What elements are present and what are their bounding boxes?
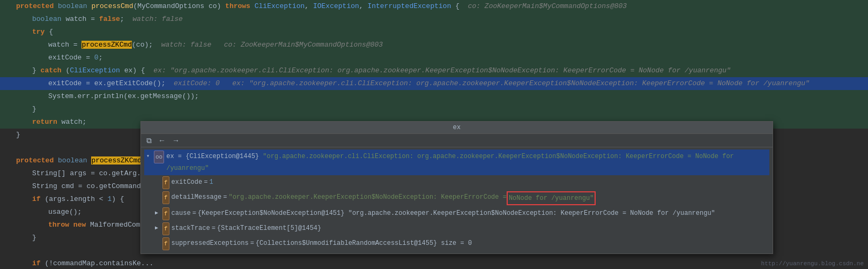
code-line-6: } catch (CliException ex) { ex: "org.apa…	[0, 64, 868, 77]
debug-popup: ex ⧉ ← → ▾ oo ex = {CliException@1445} "…	[140, 121, 773, 254]
main-row-text: ex = {CliException@1445} "org.apache.zoo…	[166, 151, 767, 174]
field-val-exitcode: 1	[209, 176, 213, 188]
field-icon-suppressed: f	[162, 237, 169, 250]
editor-area: protected boolean processCmd(MyCommandOp…	[0, 0, 868, 269]
field-eq-detailmessage: =	[223, 191, 227, 203]
field-name-suppressed: suppressedExceptions	[172, 237, 249, 249]
code-line-21: if (!commandMap.containsKe...	[0, 257, 868, 269]
code-line-2: boolean watch = false; watch: false	[0, 13, 868, 26]
field-icon-cause: f	[162, 207, 169, 220]
popup-title: ex	[453, 124, 461, 131]
code-line-1: protected boolean processCmd(MyCommandOp…	[0, 0, 868, 13]
field-name-cause: cause	[172, 207, 191, 219]
field-name-stacktrace: stackTrace	[172, 222, 210, 234]
field-val-detailmessage-highlight: NoNode for /yuanrengu"	[507, 191, 596, 205]
copy-button[interactable]: ⧉	[144, 136, 154, 145]
code-line-8: System.err.println(ex.getMessage());	[0, 90, 868, 103]
debug-row-stacktrace[interactable]: ▶ f stackTrace = {StackTraceElement[5]@1…	[144, 221, 769, 236]
field-name-exitcode: exitCode	[172, 176, 203, 188]
watermark: http://yuanrengu.blog.csdn.ne	[761, 260, 864, 267]
debug-row-suppressed[interactable]: f suppressedExceptions = {Collections$Un…	[144, 236, 769, 251]
popup-header: ex	[141, 122, 773, 134]
code-line-5: exitCode = 0;	[0, 51, 868, 64]
field-val-detailmessage: "org.apache.zookeeper.KeeperException$No…	[228, 191, 506, 203]
debug-row-exitcode[interactable]: f exitCode = 1	[144, 175, 769, 190]
popup-toolbar: ⧉ ← →	[141, 134, 773, 147]
field-eq-exitcode: =	[204, 176, 207, 188]
field-eq-cause: =	[192, 207, 196, 219]
field-eq-suppressed: =	[250, 237, 254, 249]
watermark-text: http://yuanrengu.blog.csdn.ne	[761, 260, 864, 267]
field-icon-detailmessage: f	[162, 191, 169, 204]
expand-arrow-detailmessage	[155, 191, 162, 203]
code-line-9: }	[0, 103, 868, 116]
field-name-detailmessage: detailMessage	[172, 191, 222, 203]
code-line-7: exitCode = ex.getExitCode(); exitCode: 0…	[0, 77, 868, 90]
forward-button[interactable]: →	[170, 136, 182, 145]
field-icon-exitcode: f	[162, 176, 169, 189]
field-val-cause: {KeeperException$NoNodeException@1451} "…	[198, 207, 715, 219]
field-icon-stacktrace: f	[162, 222, 169, 235]
field-eq-stacktrace: =	[212, 222, 216, 234]
expand-arrow-suppressed	[155, 237, 162, 249]
expand-arrow-cause: ▶	[155, 207, 162, 219]
expand-arrow-exitcode	[155, 176, 162, 188]
code-line-4: watch = processZKCmd(co); watch: false c…	[0, 39, 868, 51]
back-button[interactable]: ←	[156, 136, 168, 145]
code-line-3: try {	[0, 26, 868, 39]
expand-arrow-stacktrace: ▶	[155, 222, 162, 234]
debug-main-row[interactable]: ▾ oo ex = {CliException@1445} "org.apach…	[144, 150, 769, 175]
object-icon-main: oo	[154, 151, 164, 163]
debug-row-cause[interactable]: ▶ f cause = {KeeperException$NoNodeExcep…	[144, 206, 769, 221]
popup-content: ▾ oo ex = {CliException@1445} "org.apach…	[141, 147, 773, 253]
field-val-suppressed: {Collections$UnmodifiableRandomAccessLis…	[256, 237, 472, 249]
field-val-stacktrace: {StackTraceElement[5]@1454}	[217, 222, 321, 234]
expand-arrow-main: ▾	[146, 151, 154, 162]
debug-row-detailmessage[interactable]: f detailMessage = "org.apache.zookeeper.…	[144, 190, 769, 206]
